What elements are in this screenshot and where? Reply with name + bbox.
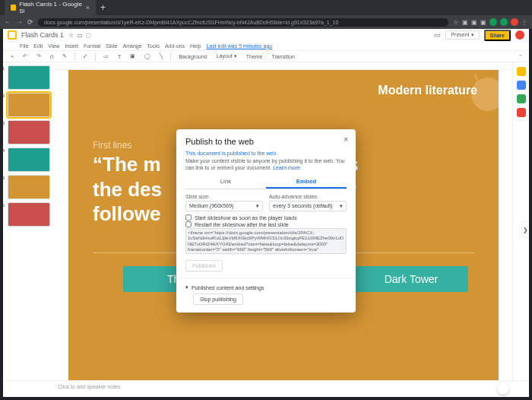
publish-dialog: × Publish to the web This document is pu… [176, 129, 356, 313]
browser-tab[interactable]: Flash Cards 1 - Google Sl × [5, 0, 96, 17]
ext-icon[interactable] [489, 18, 497, 26]
close-icon[interactable]: × [344, 135, 348, 144]
star-icon[interactable]: ☆ [453, 19, 459, 25]
dialog-description: Make your content visible to anyone by p… [185, 157, 347, 171]
ext-icon[interactable] [500, 18, 508, 26]
dialog-tabs: Link Embed [185, 176, 347, 189]
stop-publishing-button[interactable]: Stop publishing [193, 294, 243, 305]
chk-restart-slideshow[interactable]: Restart the slideshow after the last sli… [185, 221, 347, 227]
chevron-down-icon: ▾ [340, 203, 343, 209]
auto-advance-select[interactable]: every 3 seconds (default)▾ [269, 201, 347, 211]
dialog-title: Publish to the web [185, 137, 347, 146]
learn-more-link[interactable]: Learn more [273, 165, 300, 170]
chevron-down-icon: ▾ [185, 284, 188, 290]
forward-icon[interactable]: → [16, 18, 23, 26]
published-settings-toggle[interactable]: ▾Published content and settings [185, 284, 347, 290]
chk-start-slideshow[interactable]: Start slideshow as soon as the player lo… [185, 214, 347, 221]
checkbox[interactable] [185, 214, 192, 221]
slides-favicon [11, 5, 16, 11]
ext-icon[interactable]: ▣ [462, 19, 468, 25]
reload-icon[interactable]: ⟳ [27, 18, 33, 26]
profile-avatar[interactable] [511, 18, 518, 26]
checkbox[interactable] [185, 221, 192, 227]
ext-icon[interactable]: ▣ [480, 19, 486, 25]
chevron-down-icon: ▾ [256, 203, 259, 209]
published-note: This document is published to the web. [185, 151, 347, 156]
tab-title: Flash Cards 1 - Google Sl [19, 1, 82, 14]
slide-size-label: Slide size: [185, 194, 263, 199]
slide-size-select[interactable]: Medium (960x569)▾ [185, 201, 263, 211]
auto-advance-label: Auto-advance slides: [269, 194, 347, 199]
embed-code-field[interactable] [185, 228, 347, 254]
tab-embed[interactable]: Embed [266, 176, 347, 189]
tab-link[interactable]: Link [185, 176, 266, 189]
browser-tabstrip: Flash Cards 1 - Google Sl × + [0, 0, 532, 15]
ext-icon[interactable]: ▣ [471, 19, 477, 25]
published-button: Published [185, 260, 223, 271]
browser-actions: ☆ ▣ ▣ ▣ ⋮ [453, 18, 527, 26]
close-icon[interactable]: × [86, 4, 90, 11]
menu-icon[interactable]: ⋮ [521, 19, 527, 25]
slides-app: Flash Cards 1 ☆ ▭ ◌ ▭ Present ▾ Share Fi… [3, 29, 529, 397]
address-bar: ← → ⟳ docs.google.com/presentation/d/1ye… [0, 15, 532, 29]
new-tab-button[interactable]: + [100, 2, 106, 13]
back-icon[interactable]: ← [5, 18, 11, 26]
url-field[interactable]: docs.google.com/presentation/d/1yeR-eKz-… [38, 18, 448, 27]
